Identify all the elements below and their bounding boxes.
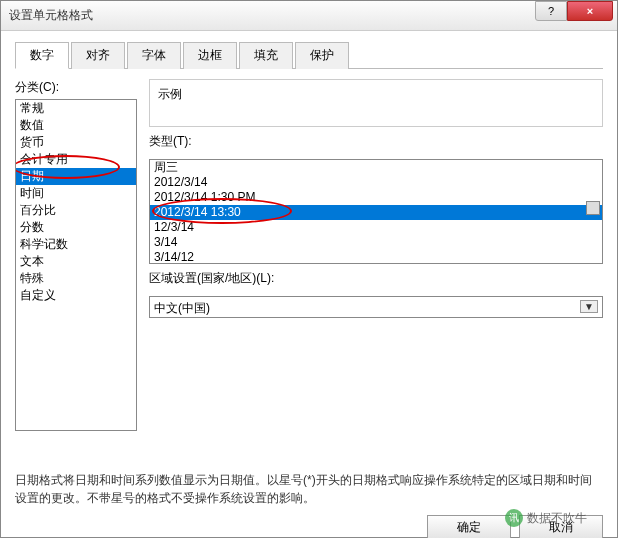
titlebar-buttons: ? × (535, 1, 613, 21)
category-listbox[interactable]: 常规 数值 货币 会计专用 日期 时间 百分比 分数 科学记数 文本 特殊 自定… (15, 99, 137, 431)
list-item[interactable]: 常规 (16, 100, 136, 117)
list-item[interactable]: 会计专用 (16, 151, 136, 168)
list-item[interactable]: 自定义 (16, 287, 136, 304)
locale-dropdown[interactable]: 中文(中国) (149, 296, 603, 318)
dialog-title: 设置单元格格式 (9, 7, 609, 24)
list-item[interactable]: 日期 (16, 168, 136, 185)
dialog-body: 数字 对齐 字体 边框 填充 保护 分类(C): 常规 数值 货币 会计专用 日… (1, 31, 617, 537)
list-item[interactable]: 2012/3/14 1:30 PM (150, 190, 602, 205)
detail-column: 示例 类型(T): 周三 2012/3/14 2012/3/14 1:30 PM… (149, 79, 603, 431)
list-item[interactable]: 12/3/14 (150, 220, 602, 235)
list-item[interactable]: 文本 (16, 253, 136, 270)
close-button[interactable]: × (567, 1, 613, 21)
list-item[interactable]: 货币 (16, 134, 136, 151)
main-panel: 分类(C): 常规 数值 货币 会计专用 日期 时间 百分比 分数 科学记数 文… (15, 79, 603, 431)
category-label: 分类(C): (15, 79, 137, 96)
category-column: 分类(C): 常规 数值 货币 会计专用 日期 时间 百分比 分数 科学记数 文… (15, 79, 137, 431)
list-item[interactable]: 分数 (16, 219, 136, 236)
format-description: 日期格式将日期和时间系列数值显示为日期值。以星号(*)开头的日期格式响应操作系统… (15, 471, 603, 507)
tab-font[interactable]: 字体 (127, 42, 181, 69)
list-item[interactable]: 时间 (16, 185, 136, 202)
list-item[interactable]: 百分比 (16, 202, 136, 219)
tab-number[interactable]: 数字 (15, 42, 69, 69)
list-item[interactable]: 2012/3/14 (150, 175, 602, 190)
list-item[interactable]: 3/14/12 (150, 250, 602, 264)
locale-value: 中文(中国) (154, 301, 210, 315)
tab-border[interactable]: 边框 (183, 42, 237, 69)
locale-label: 区域设置(国家/地区)(L): (149, 270, 603, 287)
list-item[interactable]: 数值 (16, 117, 136, 134)
tab-fill[interactable]: 填充 (239, 42, 293, 69)
format-cells-dialog: 设置单元格格式 ? × 数字 对齐 字体 边框 填充 保护 分类(C): 常规 … (0, 0, 618, 538)
sample-groupbox: 示例 (149, 79, 603, 127)
list-item[interactable]: 周三 (150, 160, 602, 175)
sample-label: 示例 (158, 84, 594, 105)
dialog-footer: 确定 取消 (15, 507, 603, 538)
cancel-button[interactable]: 取消 (519, 515, 603, 538)
type-label: 类型(T): (149, 133, 603, 150)
list-item[interactable]: 特殊 (16, 270, 136, 287)
tab-alignment[interactable]: 对齐 (71, 42, 125, 69)
titlebar: 设置单元格格式 ? × (1, 1, 617, 31)
tab-protection[interactable]: 保护 (295, 42, 349, 69)
list-item[interactable]: 3/14 (150, 235, 602, 250)
type-listbox[interactable]: 周三 2012/3/14 2012/3/14 1:30 PM 2012/3/14… (149, 159, 603, 264)
list-item[interactable]: 科学记数 (16, 236, 136, 253)
help-button[interactable]: ? (535, 1, 567, 21)
ok-button[interactable]: 确定 (427, 515, 511, 538)
tab-strip: 数字 对齐 字体 边框 填充 保护 (15, 41, 603, 69)
list-item[interactable]: 2012/3/14 13:30 (150, 205, 602, 220)
scrollbar-thumb[interactable] (586, 201, 600, 215)
